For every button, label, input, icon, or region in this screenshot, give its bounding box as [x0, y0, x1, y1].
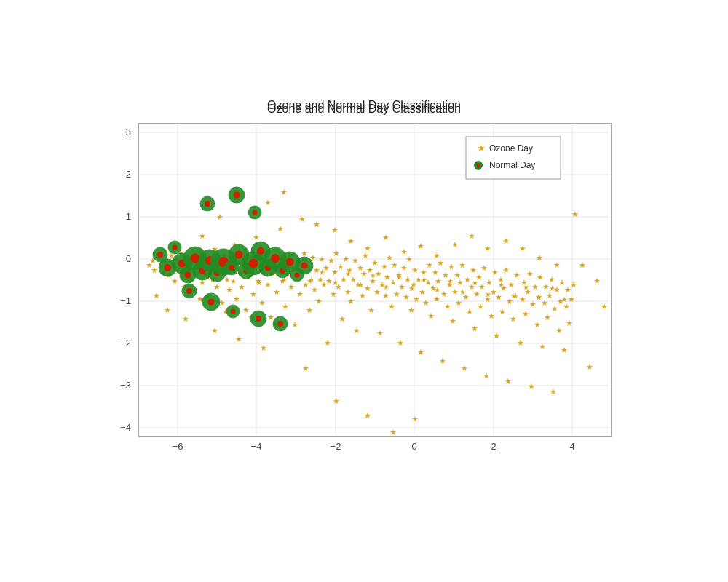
svg-point-373	[256, 316, 261, 322]
svg-text:★: ★	[264, 280, 272, 289]
svg-text:★: ★	[381, 262, 388, 271]
svg-point-365	[253, 210, 258, 215]
y-tick-label: 0	[126, 253, 131, 264]
svg-text:★: ★	[480, 263, 488, 272]
svg-text:★: ★	[485, 290, 491, 298]
svg-text:★: ★	[507, 280, 515, 289]
svg-text:★: ★	[315, 297, 323, 306]
svg-text:★: ★	[353, 326, 360, 335]
svg-text:★: ★	[396, 274, 403, 282]
svg-text:★: ★	[318, 255, 325, 263]
svg-text:★: ★	[408, 284, 415, 292]
svg-text:★: ★	[505, 377, 512, 386]
svg-point-359	[301, 263, 308, 269]
svg-text:★: ★	[522, 309, 529, 318]
svg-point-361	[205, 201, 210, 207]
svg-text:★: ★	[273, 287, 280, 296]
legend-normal-label: Normal Day	[489, 160, 535, 170]
svg-text:★: ★	[298, 215, 306, 223]
svg-text:★: ★	[417, 242, 424, 250]
svg-point-355	[286, 258, 294, 266]
svg-text:★: ★	[536, 293, 542, 301]
svg-text:★: ★	[568, 295, 575, 303]
svg-text:★: ★	[331, 226, 339, 234]
svg-point-321	[164, 264, 171, 271]
svg-text:★: ★	[342, 255, 349, 263]
svg-point-347	[257, 247, 264, 255]
svg-text:★: ★	[513, 271, 521, 279]
svg-text:★: ★	[368, 306, 375, 314]
svg-text:★: ★	[586, 362, 593, 371]
svg-text:★: ★	[319, 268, 325, 276]
svg-text:★: ★	[264, 198, 272, 207]
svg-text:★: ★	[400, 247, 408, 256]
svg-text:★: ★	[447, 277, 454, 285]
svg-text:★: ★	[422, 298, 430, 307]
svg-text:★: ★	[432, 268, 439, 276]
y-tick-label: −1	[120, 295, 131, 306]
svg-text:★: ★	[376, 329, 384, 338]
svg-text:★: ★	[435, 276, 442, 285]
x-tick-label: −4	[251, 441, 262, 452]
svg-text:★: ★	[433, 295, 440, 303]
svg-text:★: ★	[391, 260, 398, 269]
svg-text:★: ★	[579, 260, 586, 269]
svg-text:★: ★	[388, 302, 395, 311]
svg-text:★: ★	[417, 348, 424, 356]
svg-text:★: ★	[555, 326, 563, 335]
svg-text:★: ★	[213, 282, 221, 291]
svg-text:★: ★	[277, 224, 284, 233]
svg-text:★: ★	[455, 298, 462, 307]
svg-text:★: ★	[153, 291, 160, 300]
svg-text:★: ★	[461, 364, 468, 372]
svg-text:★: ★	[226, 285, 233, 294]
svg-text:★: ★	[400, 263, 408, 272]
svg-text:★: ★	[364, 244, 371, 252]
svg-text:★: ★	[448, 262, 455, 271]
svg-text:★: ★	[282, 302, 289, 311]
svg-point-341	[235, 251, 243, 259]
svg-text:★: ★	[347, 297, 355, 306]
svg-point-369	[208, 299, 215, 306]
svg-text:★: ★	[171, 276, 178, 285]
svg-text:★: ★	[486, 278, 493, 287]
svg-text:★: ★	[306, 306, 313, 314]
svg-text:★: ★	[484, 244, 491, 252]
svg-text:★: ★	[302, 364, 309, 372]
svg-text:★: ★	[553, 260, 561, 269]
svg-text:★: ★	[570, 280, 577, 289]
svg-text:★: ★	[164, 306, 171, 314]
svg-text:★: ★	[324, 338, 331, 347]
svg-text:★: ★	[495, 292, 502, 301]
svg-text:★: ★	[230, 277, 237, 285]
svg-text:★: ★	[344, 287, 352, 296]
chart-title-text: Ozone and Normal Day Classification	[267, 103, 461, 115]
svg-text:★: ★	[561, 295, 568, 303]
svg-point-363	[234, 192, 240, 199]
svg-text:★: ★	[449, 316, 456, 325]
x-tick-label: 0	[411, 441, 416, 452]
svg-point-319	[157, 252, 163, 258]
svg-text:★: ★	[526, 269, 534, 278]
svg-text:★: ★	[477, 143, 486, 154]
svg-text:★: ★	[548, 275, 555, 284]
svg-text:★: ★	[433, 251, 440, 260]
svg-text:★: ★	[459, 260, 466, 269]
svg-point-357	[295, 273, 300, 278]
y-tick-label: −2	[120, 338, 131, 348]
svg-point-379	[477, 164, 480, 167]
svg-text:★: ★	[421, 276, 427, 284]
scatter-plot: Ozone and Normal Day Classification	[80, 87, 648, 495]
svg-text:★: ★	[536, 253, 543, 262]
svg-text:★: ★	[427, 311, 435, 320]
svg-text:★: ★	[291, 320, 298, 329]
svg-text:★: ★	[199, 231, 206, 240]
x-tick-label: 2	[491, 441, 496, 452]
legend-ozone-label: Ozone Day	[489, 143, 533, 154]
svg-text:★: ★	[517, 338, 524, 347]
svg-text:★: ★	[571, 210, 579, 218]
svg-text:★: ★	[502, 236, 510, 245]
svg-text:★: ★	[451, 240, 459, 249]
y-tick-label: −3	[120, 380, 131, 391]
svg-text:★: ★	[528, 382, 535, 391]
